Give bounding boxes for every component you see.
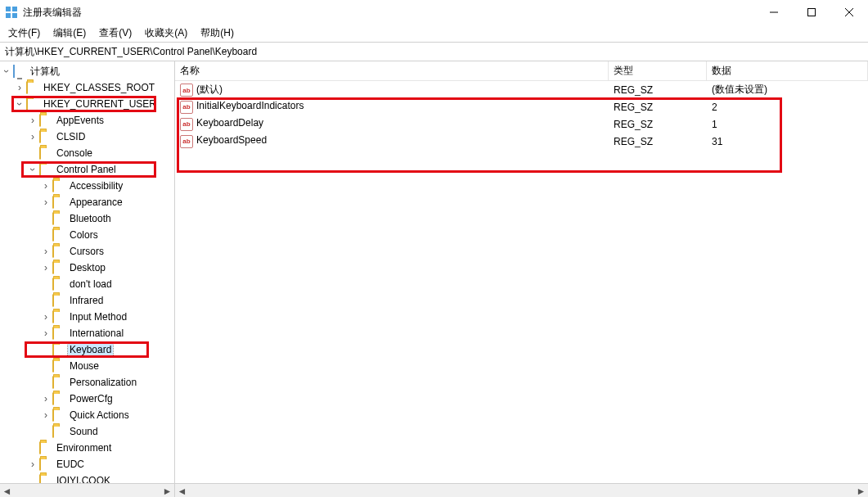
scroll-left-icon[interactable]: ◄ (175, 484, 189, 497)
folder-icon (52, 393, 65, 404)
list-hscroll[interactable]: ◄ ► (175, 483, 868, 497)
folder-icon (39, 147, 52, 159)
tree-colors[interactable]: Colors (0, 227, 174, 243)
value-type: REG_SZ (609, 136, 707, 147)
tree-label: Desktop (68, 261, 107, 274)
maximize-button[interactable] (793, 0, 830, 25)
tree-label: Mouse (68, 359, 101, 373)
tree-cursors[interactable]: ›Cursors (0, 243, 174, 260)
expander-icon[interactable]: › (0, 65, 13, 78)
value-name: abKeyboardSpeed (175, 134, 609, 148)
menu-edit[interactable]: 编辑(E) (47, 25, 92, 42)
value-type: REG_SZ (609, 84, 707, 96)
expander-icon[interactable]: › (26, 458, 39, 471)
tree-sound[interactable]: Sound (0, 423, 174, 440)
tree-clsid[interactable]: ›CLSID (0, 129, 174, 145)
value-data: 31 (707, 136, 868, 147)
tree-root[interactable]: ›计算机 (0, 63, 174, 79)
scroll-right-icon[interactable]: ► (160, 484, 174, 497)
menu-favorites[interactable]: 收藏夹(A) (138, 25, 194, 42)
expander-icon[interactable]: › (39, 392, 52, 405)
tree-hscroll[interactable]: ◄ ► (0, 483, 174, 497)
folder-icon (39, 131, 52, 142)
list-row[interactable]: abInitialKeyboardIndicators REG_SZ 2 (175, 98, 868, 115)
tree-label: Cursors (68, 245, 106, 258)
expander-spacer (39, 376, 52, 389)
tree-console[interactable]: Console (0, 145, 174, 161)
tree-label: PowerCfg (68, 392, 115, 405)
folder-icon (26, 82, 39, 93)
menu-file[interactable]: 文件(F) (2, 25, 47, 42)
list-row[interactable]: ab(默认) REG_SZ (数值未设置) (175, 81, 868, 98)
tree-quickactions[interactable]: ›Quick Actions (0, 407, 174, 423)
tree-infrared[interactable]: Infrared (0, 292, 174, 309)
menu-view[interactable]: 查看(V) (92, 25, 138, 42)
tree-powercfg[interactable]: ›PowerCfg (0, 391, 174, 407)
tree-appevents[interactable]: ›AppEvents (0, 112, 174, 129)
expander-icon[interactable]: › (39, 245, 52, 258)
folder-icon (52, 328, 65, 339)
tree-pane[interactable]: ›计算机›HKEY_CLASSES_ROOT›HKEY_CURRENT_USER… (0, 61, 175, 497)
tree-eudc[interactable]: ›EUDC (0, 456, 174, 472)
list-pane[interactable]: 名称 类型 数据 ab(默认) REG_SZ (数值未设置) abInitial… (175, 61, 868, 497)
expander-icon[interactable]: › (39, 310, 52, 323)
scroll-right-icon[interactable]: ► (854, 484, 868, 497)
tree-appearance[interactable]: ›Appearance (0, 194, 174, 210)
tree-dontload[interactable]: don't load (0, 276, 174, 292)
expander-spacer (39, 212, 52, 225)
minimize-button[interactable] (755, 0, 793, 25)
folder-icon (52, 426, 65, 437)
list-row[interactable]: abKeyboardDelay REG_SZ 1 (175, 115, 868, 133)
expander-icon[interactable]: › (39, 327, 52, 340)
folder-icon (52, 229, 65, 241)
folder-icon (26, 98, 39, 110)
tree-mouse[interactable]: Mouse (0, 358, 174, 374)
expander-spacer (39, 278, 52, 291)
tree-bluetooth[interactable]: Bluetooth (0, 210, 174, 227)
expander-icon[interactable]: › (26, 130, 39, 143)
window-controls (755, 0, 868, 25)
column-name[interactable]: 名称 (175, 61, 609, 80)
expander-spacer (26, 441, 39, 454)
menu-help[interactable]: 帮助(H) (194, 25, 241, 42)
column-type[interactable]: 类型 (609, 61, 707, 80)
svg-rect-5 (808, 9, 816, 16)
string-value-icon: ab (180, 84, 193, 97)
svg-rect-2 (6, 13, 11, 18)
expander-icon[interactable]: › (39, 261, 52, 274)
tree-desktop[interactable]: ›Desktop (0, 260, 174, 276)
tree-accessibility[interactable]: ›Accessibility (0, 178, 174, 194)
expander-icon[interactable]: › (39, 196, 52, 209)
expander-icon[interactable]: › (26, 163, 39, 176)
expander-icon[interactable]: › (13, 97, 26, 111)
expander-icon[interactable]: › (13, 81, 26, 94)
tree-environment[interactable]: Environment (0, 440, 174, 456)
tree-inputmethod[interactable]: ›Input Method (0, 309, 174, 325)
folder-icon (13, 66, 26, 77)
title-bar: 注册表编辑器 (0, 0, 868, 25)
tree-controlpanel[interactable]: ›Control Panel (0, 161, 174, 178)
close-button[interactable] (830, 0, 868, 25)
scroll-left-icon[interactable]: ◄ (0, 484, 14, 497)
folder-icon (52, 278, 65, 290)
tree-label: International (68, 327, 125, 340)
expander-icon[interactable]: › (39, 179, 52, 192)
tree-hkcr[interactable]: ›HKEY_CLASSES_ROOT (0, 79, 174, 96)
tree-label: Environment (55, 441, 113, 454)
tree-hkcu[interactable]: ›HKEY_CURRENT_USER (0, 96, 174, 112)
tree-label: Personalization (68, 376, 138, 389)
tree-international[interactable]: ›International (0, 325, 174, 341)
tree-label: Input Method (68, 310, 128, 323)
column-data[interactable]: 数据 (707, 61, 868, 80)
list-row[interactable]: abKeyboardSpeed REG_SZ 31 (175, 133, 868, 150)
menu-bar: 文件(F) 编辑(E) 查看(V) 收藏夹(A) 帮助(H) (0, 25, 868, 42)
address-bar[interactable]: 计算机\HKEY_CURRENT_USER\Control Panel\Keyb… (0, 42, 868, 61)
folder-icon (39, 459, 52, 470)
tree-personalization[interactable]: Personalization (0, 374, 174, 391)
tree-keyboard[interactable]: Keyboard (0, 341, 174, 358)
expander-icon[interactable]: › (26, 114, 39, 127)
folder-icon (39, 442, 52, 454)
folder-icon (39, 164, 52, 175)
expander-icon[interactable]: › (39, 409, 52, 422)
expander-spacer (39, 425, 52, 438)
